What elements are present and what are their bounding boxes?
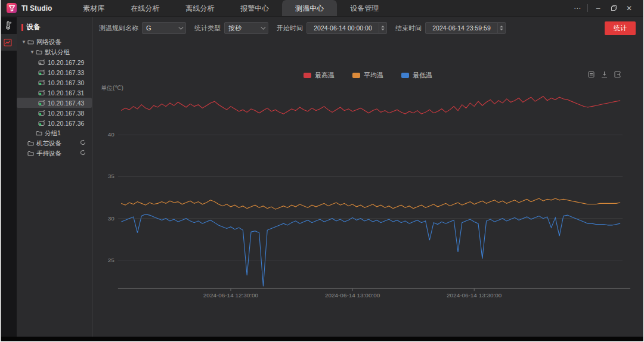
x-tick-label: 2024-06-14 12:30:00: [203, 292, 259, 299]
tab-4[interactable]: 报警中心: [227, 0, 282, 16]
tree-node-label: 10.20.167.38: [48, 110, 84, 117]
device-panel-title: 设备: [26, 22, 41, 32]
thermometer-icon: [4, 21, 12, 30]
device-panel-header: 设备: [21, 22, 92, 32]
tree-device-10.20.167.38[interactable]: 10.20.167.38: [17, 108, 92, 118]
header-accent-bar: [21, 24, 23, 31]
window-bottom-edge: [1, 337, 643, 341]
close-button[interactable]: ✕: [621, 2, 637, 15]
start-time-label: 开始时间: [277, 24, 303, 33]
tree-folder-手持设备[interactable]: 手持设备: [17, 148, 92, 158]
folder-icon: [27, 141, 34, 146]
stepper-up-icon: [381, 26, 385, 27]
device-tree: ▼网络设备▼默认分组10.20.167.2910.20.167.3310.20.…: [17, 37, 92, 158]
tree-folder-默认分组[interactable]: ▼默认分组: [17, 47, 92, 57]
window-controls: ⋯ – ✕: [569, 0, 643, 16]
device-status-icon: [38, 90, 45, 96]
rail-item-thermometer-icon[interactable]: [1, 17, 17, 34]
device-status-icon: [38, 120, 45, 126]
refresh-icon[interactable]: [80, 150, 86, 157]
end-time-field: 2024-06-14 23:59:59: [425, 22, 506, 34]
stat-type-value: 按秒: [228, 24, 242, 33]
app-window: TI Studio 素材库在线分析离线分析报警中心测温中心设备管理 ⋯ – ✕ …: [1, 0, 643, 341]
expand-arrow-icon[interactable]: ▼: [21, 39, 26, 45]
stat-type-select[interactable]: 按秒: [224, 22, 268, 34]
tree-node-label: 10.20.167.29: [48, 59, 84, 66]
statistics-button[interactable]: 统计: [605, 21, 636, 35]
temperature-chart[interactable]: 403530252024-06-14 12:30:002024-06-14 13…: [93, 36, 643, 342]
query-toolbar: 测温规则名称 G 统计类型 按秒 开始时间 2024-06-14 00:00:0…: [93, 20, 643, 36]
end-time-input[interactable]: 2024-06-14 23:59:59: [425, 22, 498, 34]
y-tick-label: 25: [108, 257, 115, 263]
tree-node-label: 10.20.167.33: [48, 69, 84, 76]
expand-arrow-icon[interactable]: ▼: [30, 49, 35, 55]
tree-node-label: 10.20.167.43: [48, 100, 84, 107]
tree-node-label: 分组1: [45, 129, 61, 138]
tree-node-label: 默认分组: [45, 48, 70, 57]
stepper-down-icon: [381, 29, 385, 30]
tree-node-label: 机芯设备: [36, 139, 61, 148]
series-line-最高温: [121, 97, 620, 114]
tree-node-label: 10.20.167.36: [48, 120, 84, 127]
stepper-down-icon: [500, 29, 503, 30]
device-status-icon: [38, 60, 45, 66]
refresh-icon[interactable]: [80, 139, 86, 147]
tree-device-10.20.167.43[interactable]: 10.20.167.43: [17, 98, 92, 108]
series-line-平均温: [121, 198, 620, 209]
tree-device-10.20.167.31[interactable]: 10.20.167.31: [17, 88, 92, 98]
folder-icon: [27, 151, 34, 156]
device-status-icon: [38, 70, 45, 76]
x-tick-label: 2024-06-14 13:00:00: [325, 292, 380, 299]
rail-item-trend-chart-icon[interactable]: [1, 34, 17, 51]
tree-folder-网络设备[interactable]: ▼网络设备: [17, 37, 92, 47]
window-controls-divider: [587, 4, 588, 12]
stepper-up-icon: [500, 26, 503, 27]
chevron-down-icon: [261, 24, 265, 29]
more-menu-button[interactable]: ⋯: [569, 2, 585, 15]
end-time-stepper[interactable]: [498, 22, 506, 34]
device-panel: 设备 ▼网络设备▼默认分组10.20.167.2910.20.167.3310.…: [17, 17, 92, 337]
x-tick-label: 2024-06-14 13:30:00: [447, 292, 502, 299]
tab-2[interactable]: 在线分析: [117, 0, 172, 16]
folder-icon: [27, 39, 34, 45]
tree-node-label: 网络设备: [36, 38, 61, 46]
start-time-stepper[interactable]: [379, 22, 387, 34]
series-line-最低温: [121, 214, 620, 287]
device-status-icon: [38, 80, 45, 86]
chevron-down-icon: [178, 24, 183, 29]
tree-device-10.20.167.36[interactable]: 10.20.167.36: [17, 118, 92, 128]
y-tick-label: 40: [108, 131, 115, 138]
start-time-input[interactable]: 2024-06-14 00:00:00: [306, 22, 379, 34]
minimize-button[interactable]: –: [590, 2, 606, 15]
rule-name-select[interactable]: G: [142, 22, 186, 34]
tree-device-10.20.167.30[interactable]: 10.20.167.30: [17, 77, 92, 88]
y-tick-label: 35: [108, 173, 115, 179]
tree-node-label: 10.20.167.30: [48, 79, 84, 86]
rule-name-value: G: [146, 24, 151, 32]
titlebar: TI Studio 素材库在线分析离线分析报警中心测温中心设备管理 ⋯ – ✕: [1, 0, 643, 17]
tree-device-10.20.167.33[interactable]: 10.20.167.33: [17, 67, 92, 77]
tree-folder-分组1[interactable]: 分组1: [17, 128, 92, 138]
tab-3[interactable]: 离线分析: [172, 0, 227, 16]
folder-icon: [36, 130, 42, 136]
rule-name-label: 测温规则名称: [99, 24, 138, 33]
chart-region: 最高温平均温最低温 单位(℃) 403530252024-06-14 12:30…: [93, 36, 643, 337]
tab-5[interactable]: 测温中心: [282, 0, 337, 16]
tab-1[interactable]: 素材库: [70, 0, 117, 16]
y-tick-label: 30: [108, 215, 115, 222]
app-title: TI Studio: [21, 0, 52, 16]
tree-device-10.20.167.29[interactable]: 10.20.167.29: [17, 57, 92, 67]
stat-type-label: 统计类型: [194, 24, 221, 33]
restore-button[interactable]: [606, 2, 621, 15]
tree-folder-机芯设备[interactable]: 机芯设备: [17, 138, 92, 148]
left-icon-rail: [1, 17, 17, 337]
device-status-icon: [38, 110, 45, 116]
tree-node-label: 10.20.167.31: [48, 89, 84, 97]
tab-6[interactable]: 设备管理: [337, 0, 392, 16]
trend-chart-icon: [4, 39, 12, 46]
nav-tabs: 素材库在线分析离线分析报警中心测温中心设备管理: [70, 0, 392, 16]
tree-node-label: 手持设备: [36, 150, 61, 158]
start-time-field: 2024-06-14 00:00:00: [306, 22, 387, 34]
folder-icon: [36, 49, 42, 55]
end-time-label: 结束时间: [395, 24, 422, 33]
